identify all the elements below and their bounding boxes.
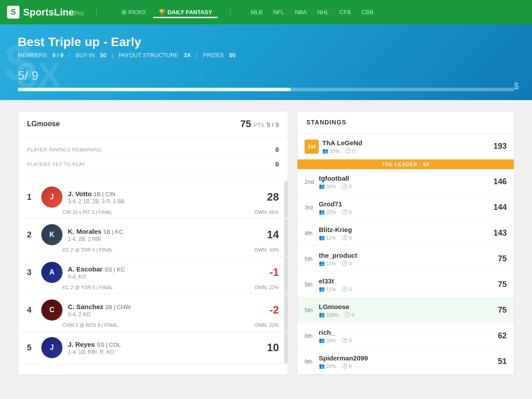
- main-content: LGmoose 75 PTS 5 / 9 PLAYER INNINGS REMA…: [0, 100, 532, 386]
- standing-row: 5th LGmoose 👥 100% 🕐 0 75: [297, 298, 514, 323]
- player-number: 1: [27, 193, 36, 202]
- stats-section: PLAYER INNINGS REMAINING 0 PLAYERS YET T…: [18, 137, 288, 177]
- player-name: A. Escobar SS | KC: [68, 265, 264, 273]
- player-row: 4 C C. Sanchez 2B | CHW 0-4, 2 KO -2 CHW…: [18, 294, 288, 331]
- player-info: K. Morales 1B | KC 1-4, 2B, 2 RBI: [68, 228, 262, 242]
- standing-meta: 👥 22% 🕐 0: [319, 209, 493, 215]
- panel-pts-label: PTS: [254, 122, 264, 128]
- sports-nav: MLB NFL NBA NHL CFB CBB: [246, 6, 378, 18]
- side-bar: [284, 332, 288, 364]
- standing-info: rich_ 👥 33% 🕐 0: [319, 329, 498, 343]
- rank-text: 9th: [305, 358, 319, 365]
- buyin-value: $0: [100, 52, 106, 58]
- nav-daily-fantasy[interactable]: 🏆 DAILY FANTASY: [153, 6, 218, 18]
- player-name: C. Sanchez 2B | CHW: [68, 303, 264, 310]
- standing-name: rich_: [319, 329, 498, 336]
- panel-header: LGmoose 75 PTS 5 / 9: [18, 111, 288, 137]
- player-own: OWN: 22%: [254, 322, 279, 328]
- payout-value: 3X: [184, 52, 191, 58]
- standings-header: STANDINGS: [297, 111, 514, 134]
- player-footer: CHW 2 @ BOS 8 | FINAL OWN: 22%: [27, 322, 279, 328]
- standing-info: el33t 👥 11% 🕐 0: [319, 277, 498, 292]
- timer-item: 🕐 0: [344, 312, 354, 318]
- standing-score: 143: [493, 229, 507, 238]
- standing-row-first: 1st ThA LeGeNd 👥 33% 🕐 0 193: [297, 134, 514, 159]
- ownership-item: 👥 33%: [319, 337, 336, 343]
- clock-icon: 🕐: [341, 363, 348, 369]
- nav-mlb[interactable]: MLB: [246, 6, 267, 18]
- player-number: 2: [27, 230, 36, 240]
- rank-text: 5th: [305, 256, 319, 262]
- standing-info: the_product 👥 11% 🕐 0: [319, 252, 498, 266]
- clock-icon: 🕐: [345, 148, 351, 154]
- standing-name: Grod71: [319, 200, 493, 208]
- nav-nfl[interactable]: NFL: [269, 6, 289, 18]
- header: S SportsLinePro ⊞ PICKS 🏆 DAILY FANTASY …: [0, 0, 532, 24]
- grid-icon: ⊞: [121, 9, 126, 15]
- player-own: OWN: 66%: [254, 209, 279, 215]
- ownership-item: 👥 11%: [319, 235, 336, 240]
- standing-score: 62: [498, 331, 507, 341]
- nav-cbb[interactable]: CBB: [357, 6, 378, 18]
- standing-row: 5th the_product 👥 11% 🕐 0 75: [297, 246, 514, 272]
- timer-item: 🕐 0: [341, 286, 352, 292]
- people-icon: 👥: [319, 260, 325, 266]
- side-bar: [284, 181, 288, 218]
- timer-item: 🕐 0: [341, 235, 352, 240]
- player-stats: 0-4, 2 KO: [68, 311, 264, 318]
- rank-text: 5th: [305, 281, 319, 288]
- nav-picks[interactable]: ⊞ PICKS: [116, 6, 151, 18]
- player-avatar: A: [41, 262, 63, 283]
- standing-score: 144: [493, 203, 507, 212]
- timer-item: 🕐 0: [341, 260, 352, 266]
- standing-row: 4th Blitz-Krieg 👥 11% 🕐 0 143: [297, 221, 514, 246]
- nav-cfb[interactable]: CFB: [335, 6, 356, 18]
- timer-item: 🕐 0: [341, 183, 352, 189]
- rank-text: 8th: [305, 333, 319, 339]
- standing-score: 51: [498, 357, 507, 366]
- standing-row: 2nd tgfootball 👥 33% 🕐 0 146: [297, 169, 514, 195]
- nav-divider: [96, 7, 97, 18]
- innings-value: 0: [275, 146, 279, 153]
- player-number: 3: [27, 268, 36, 277]
- player-own: OWN: 33%: [254, 247, 279, 252]
- standing-row: 8th rich_ 👥 33% 🕐 0 62: [297, 323, 514, 349]
- prizes-label: PRIZES: [203, 52, 224, 58]
- standing-info: ThA LeGeNd 👥 33% 🕐 0: [322, 139, 493, 154]
- logo[interactable]: S SportsLinePro: [7, 6, 84, 19]
- player-info: J. Votto 1B | CIN 3-4, 2 1B, 2B, 3 R, 2 …: [68, 190, 262, 205]
- player-avatar: K: [41, 224, 63, 245]
- player-avatar: J: [41, 337, 63, 358]
- player-game: CHW 2 @ BOS 8 | FINAL: [63, 322, 118, 328]
- standing-name: LGmoose: [319, 303, 498, 310]
- standing-name: Spiderman2099: [319, 354, 498, 362]
- standing-score: 146: [493, 177, 507, 186]
- standing-info: Spiderman2099 👥 22% 🕐 0: [319, 354, 498, 369]
- rank-badge: 1st: [305, 139, 319, 154]
- progress-bar: [18, 88, 514, 91]
- standing-meta: 👥 100% 🕐 0: [319, 312, 498, 318]
- side-bar: [284, 294, 288, 331]
- player-footer: KC 2 @ TOR 5 | FINAL OWN: 33%: [27, 247, 279, 252]
- standing-meta: 👥 11% 🕐 0: [319, 260, 498, 266]
- rank-text: 3rd: [305, 204, 319, 211]
- standing-meta: 👥 33% 🕐 0: [319, 183, 493, 189]
- player-stats: 1-4, 2B, 2 RBI: [68, 236, 262, 242]
- standing-meta: 👥 33% 🕐 0: [319, 337, 498, 343]
- standing-name: the_product: [319, 252, 498, 259]
- standing-meta: 👥 11% 🕐 0: [319, 235, 493, 240]
- standing-name: Blitz-Krieg: [319, 226, 493, 233]
- timer-item: 🕐 0: [341, 337, 352, 343]
- nav-nba[interactable]: NBA: [290, 6, 311, 18]
- player-stats: 3-4, 2 1B, 2B, 3 R, 2 BB: [68, 198, 262, 205]
- ownership-item: 👥 22%: [319, 363, 336, 369]
- nav-nhl[interactable]: NHL: [313, 6, 333, 18]
- ownership-item: 👥 11%: [319, 260, 336, 266]
- rank-text: 2nd: [305, 178, 319, 185]
- side-bar: [284, 219, 288, 256]
- standing-meta: 👥 11% 🕐 0: [319, 286, 498, 292]
- standing-row: 5th el33t 👥 11% 🕐 0 75: [297, 272, 514, 298]
- player-row: 5 J J. Reyes SS | COL 1-4, 1B, RBI, R, K…: [18, 331, 288, 364]
- player-info: A. Escobar SS | KC 0-4, KO: [68, 265, 264, 280]
- timer-item: 🕐 0: [345, 148, 355, 154]
